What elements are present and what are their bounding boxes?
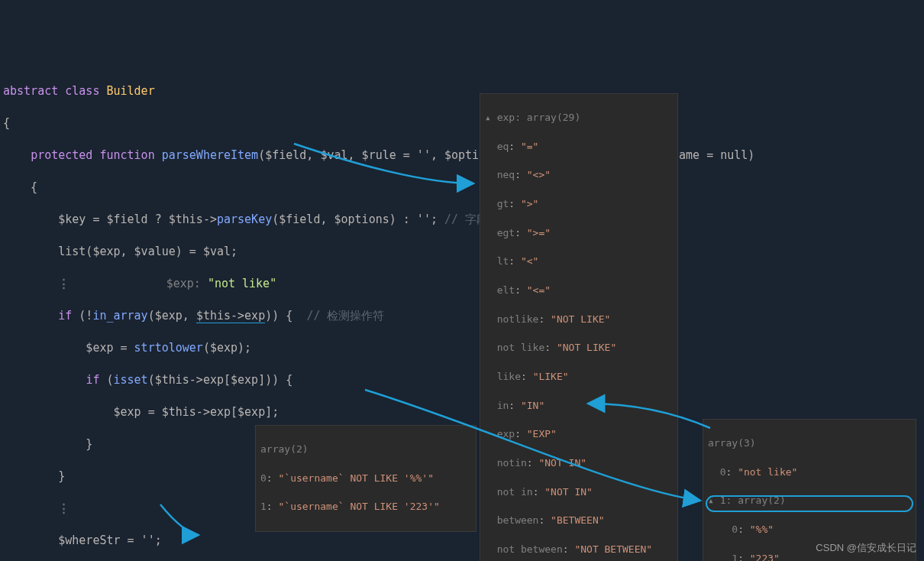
- class-name: Builder: [106, 84, 154, 98]
- line-2: {: [3, 115, 924, 131]
- fn-name: parseWhereItem: [162, 148, 258, 162]
- line-3: protected function parseWhereItem($field…: [3, 148, 924, 164]
- line-6: list($exp, $value) = $val;: [3, 244, 924, 260]
- line-1: abstract class Builder: [3, 83, 924, 99]
- tooltip-exp-array: ▴ exp: array(29) eq: "=" neq: "<>" gt: "…: [480, 93, 678, 561]
- watermark: CSDN @信安成长日记: [816, 541, 916, 555]
- kw-class: class: [65, 84, 99, 98]
- line-5: $key = $field ? $this->parseKey($field, …: [3, 212, 924, 228]
- kw-abstract: abstract: [3, 84, 58, 98]
- inline-hint-value: "not like": [208, 277, 276, 290]
- line-8: if (!in_array($exp, $this->exp)) { // 检测…: [3, 308, 924, 324]
- line-10: if (isset($this->exp[$exp])) {: [3, 372, 924, 388]
- line-4: {: [3, 180, 924, 196]
- comment-op: // 检测操作符: [306, 309, 384, 323]
- tooltip-array2: array(2) 0: "`username` NOT LIKE '%%'" 1…: [255, 425, 477, 532]
- line-7: ⋮ $exp: "not like": [3, 276, 924, 292]
- inline-hint-label: $exp:: [166, 277, 201, 290]
- highlight-val2: [706, 495, 913, 512]
- line-9: $exp = strtolower($exp);: [3, 340, 924, 356]
- this-exp-ref: $this->exp: [196, 309, 265, 323]
- tooltip-array3: array(3) 0: "not like" ▴ 1: array(2) 0: …: [703, 419, 916, 561]
- line-11: $exp = $this->exp[$exp];: [3, 404, 924, 420]
